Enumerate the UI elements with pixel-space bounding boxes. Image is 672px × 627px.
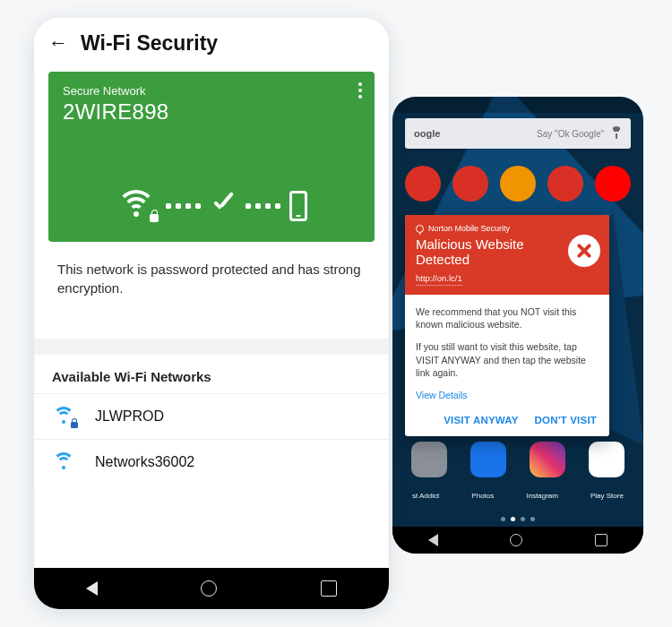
android-navbar [34, 568, 389, 609]
page-title: Wi-Fi Security [81, 31, 218, 56]
secure-network-card: Secure Network 2WIRE898 [48, 72, 375, 242]
view-details-link[interactable]: View Details [416, 390, 468, 400]
overflow-menu-icon[interactable] [358, 82, 362, 99]
dock-row [392, 435, 643, 484]
dock-labels: st Addict Photos Instagram Play Store [392, 492, 643, 500]
section-divider [34, 339, 389, 355]
dont-visit-button[interactable]: DON'T VISIT [535, 415, 597, 425]
wifi-network-item[interactable]: JLWPROD [34, 393, 389, 439]
available-networks-header: Available Wi-Fi Networks [34, 355, 389, 393]
app-icon[interactable] [589, 442, 625, 477]
app-label: Play Store [590, 492, 624, 500]
nav-back-icon[interactable] [86, 581, 98, 596]
network-description: This network is password protected and h… [57, 260, 366, 339]
home-icon-row [392, 158, 643, 210]
dash-icon [246, 203, 280, 209]
app-icon[interactable] [411, 442, 447, 477]
alert-url: http://on.lc/1 [416, 273, 462, 286]
app-icon[interactable] [530, 442, 565, 477]
malicious-site-alert: Norton Mobile Security Malicious Website… [405, 215, 609, 436]
nav-recents-icon[interactable] [321, 580, 337, 597]
alert-text-2: If you still want to visit this website,… [416, 340, 599, 380]
wifi-secured-icon [52, 407, 75, 426]
status-bar [392, 97, 643, 113]
norton-icon [416, 225, 424, 233]
app-icon[interactable] [452, 166, 488, 202]
visit-anyway-button[interactable]: VISIT ANYWAY [444, 415, 518, 425]
app-icon[interactable] [595, 166, 631, 202]
app-label: st Addict [412, 492, 439, 500]
close-icon[interactable] [568, 235, 600, 267]
home-pager[interactable] [392, 517, 643, 521]
app-label: Photos [471, 492, 494, 500]
alert-app-name: Norton Mobile Security [428, 224, 510, 233]
nav-recents-icon[interactable] [595, 534, 607, 546]
mic-icon[interactable] [611, 126, 622, 141]
nav-home-icon[interactable] [201, 580, 217, 597]
dash-icon [166, 203, 201, 209]
network-name: JLWPROD [95, 408, 164, 425]
app-icon[interactable] [470, 442, 506, 477]
app-label: Instagram [526, 492, 558, 500]
phone-wifi-security: ← Wi-Fi Security Secure Network 2WIRE898… [34, 18, 389, 609]
checkmark-icon [210, 193, 237, 219]
nav-home-icon[interactable] [510, 534, 522, 546]
device-icon [289, 191, 307, 221]
search-hint: Say "Ok Google" [440, 129, 604, 139]
alert-body: We recommend that you NOT visit this kno… [405, 295, 609, 409]
google-search-bar[interactable]: oogle Say "Ok Google" [405, 118, 631, 149]
google-logo-text: oogle [414, 128, 440, 139]
back-arrow-icon[interactable]: ← [48, 31, 68, 55]
alert-title: Malicious Website Detected [416, 236, 557, 268]
app-header: ← Wi-Fi Security [34, 18, 389, 68]
wifi-network-item[interactable]: Networks36002 [34, 439, 389, 485]
alert-header: Norton Mobile Security Malicious Website… [405, 215, 609, 295]
nav-back-icon[interactable] [428, 534, 438, 546]
alert-app-tag: Norton Mobile Security [416, 224, 599, 233]
network-ssid: 2WIRE898 [63, 99, 360, 125]
app-icon[interactable] [547, 166, 583, 202]
alert-actions: VISIT ANYWAY DON'T VISIT [405, 409, 609, 436]
android-navbar [392, 527, 643, 554]
alert-text-1: We recommend that you NOT visit this kno… [416, 305, 599, 331]
security-diagram [48, 190, 375, 222]
wifi-icon [52, 452, 75, 472]
phone-malicious-alert: oogle Say "Ok Google" st Addict Photos I… [392, 97, 643, 554]
app-icon[interactable] [500, 166, 536, 202]
card-subtitle: Secure Network [63, 84, 360, 98]
app-icon[interactable] [405, 166, 441, 202]
network-name: Networks36002 [95, 454, 194, 470]
wifi-lock-icon [116, 190, 157, 222]
